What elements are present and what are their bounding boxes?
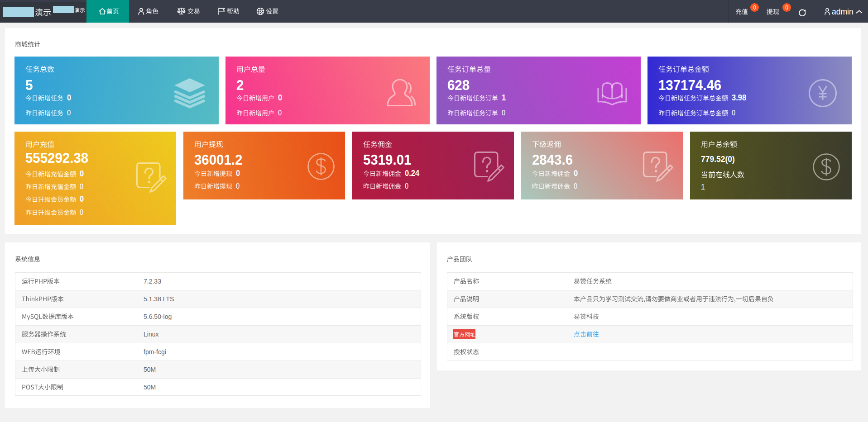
svg-text:555292.38: 555292.38 [25, 149, 88, 166]
svg-text:0: 0 [80, 208, 83, 216]
svg-text:2: 2 [236, 77, 244, 93]
svg-text:0: 0 [80, 194, 84, 204]
svg-text:628: 628 [447, 77, 470, 93]
svg-text:0: 0 [785, 5, 788, 11]
svg-text:779.52(0): 779.52(0) [701, 154, 735, 164]
svg-text:0: 0 [67, 93, 71, 102]
svg-text:50M: 50M [144, 366, 156, 373]
svg-text:7.2.33: 7.2.33 [144, 278, 161, 285]
svg-text:5.1.38 LTS: 5.1.38 LTS [144, 295, 174, 303]
svg-text:5: 5 [25, 77, 33, 93]
svg-text:3.98: 3.98 [732, 93, 747, 102]
svg-text:1: 1 [701, 183, 705, 191]
svg-text:0.24: 0.24 [405, 168, 420, 178]
svg-text:fpm-fcgi: fpm-fcgi [144, 348, 166, 356]
svg-text:0: 0 [80, 182, 83, 190]
svg-text:0: 0 [574, 182, 577, 190]
svg-text:0: 0 [236, 182, 240, 190]
svg-text:0: 0 [278, 109, 282, 117]
svg-text:admin: admin [832, 7, 854, 16]
svg-text:5.6.50-log: 5.6.50-log [144, 313, 172, 320]
svg-text:137174.46: 137174.46 [658, 77, 721, 93]
svg-text:0: 0 [753, 5, 756, 11]
svg-text:0: 0 [574, 168, 578, 178]
svg-text:5319.01: 5319.01 [363, 151, 411, 167]
svg-text:36001.2: 36001.2 [194, 151, 242, 167]
svg-text:0: 0 [80, 169, 84, 178]
svg-text:0: 0 [67, 109, 71, 117]
svg-text:0: 0 [732, 109, 735, 117]
svg-text:0: 0 [236, 168, 240, 178]
svg-text:2843.6: 2843.6 [532, 151, 573, 167]
svg-text:0: 0 [502, 109, 505, 117]
svg-text:50M: 50M [144, 384, 156, 391]
svg-text:Linux: Linux [144, 331, 158, 338]
svg-text:0: 0 [278, 93, 282, 102]
svg-text:1: 1 [502, 93, 506, 102]
svg-text:0: 0 [405, 182, 408, 190]
